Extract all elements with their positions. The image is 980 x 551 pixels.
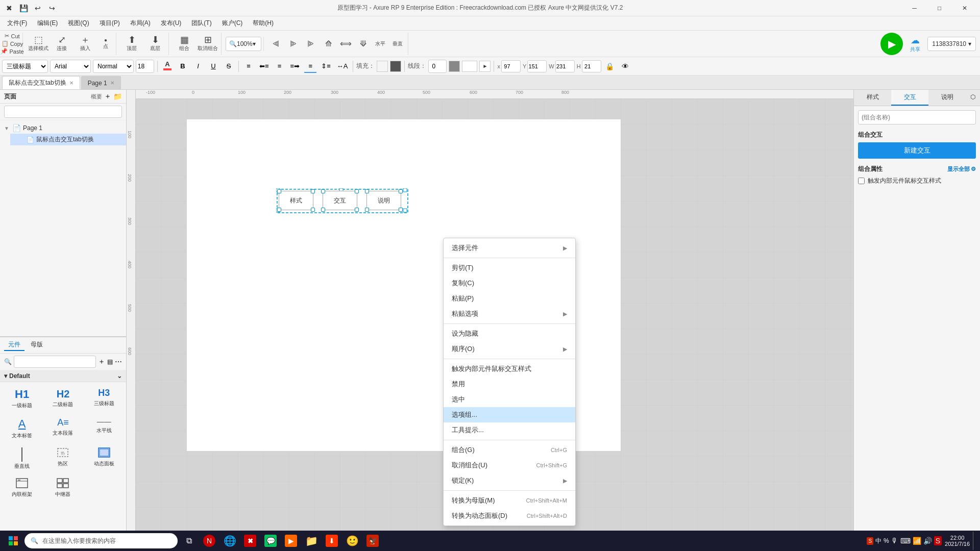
ctx-disable[interactable]: 禁用	[444, 377, 575, 392]
ctx-select-element[interactable]: 选择元件 ▶	[444, 240, 575, 256]
copy-button[interactable]: 📋Copy	[4, 40, 20, 47]
comp-hotspot[interactable]: 热 热区	[43, 444, 83, 473]
handle-tr2[interactable]	[355, 189, 359, 193]
comp-hline[interactable]: —— 水平线	[84, 414, 124, 442]
visibility-button[interactable]: 👁	[619, 60, 632, 73]
ctx-lock[interactable]: 锁定(K) ▶	[444, 473, 575, 488]
ctx-hide[interactable]: 设为隐藏	[444, 326, 575, 341]
ctx-order[interactable]: 顺序(O) ▶	[444, 341, 575, 357]
lock-aspect-button[interactable]: 🔒	[603, 60, 617, 73]
right-tab-note[interactable]: 说明	[928, 90, 966, 106]
show-desktop-button[interactable]	[973, 532, 976, 550]
menu-publish[interactable]: 发布(U)	[156, 17, 187, 30]
masters-tab[interactable]: 母版	[27, 339, 47, 351]
top-layer-button[interactable]: ⬆ 顶层	[120, 33, 143, 55]
ctx-ungroup[interactable]: 取消组合(U) Ctrl+Shift+G	[444, 458, 575, 473]
comp-group-header[interactable]: ▾ Default ⌄	[0, 370, 126, 382]
trigger-checkbox[interactable]	[858, 178, 865, 184]
x-input[interactable]	[501, 60, 521, 72]
pages-search-input[interactable]	[4, 106, 122, 118]
space-v-button[interactable]: 垂直	[389, 33, 406, 55]
tray-mic-icon[interactable]: 🎙	[891, 537, 898, 545]
taskbar-explorer[interactable]: 📁	[302, 532, 321, 550]
tab-page1-close[interactable]: ✕	[110, 80, 114, 86]
handle-bl3[interactable]	[365, 208, 369, 212]
folder-button[interactable]: 📁	[113, 92, 122, 101]
menu-project[interactable]: 项目(P)	[94, 17, 125, 30]
comp-dynamic-panel[interactable]: 动态面板	[84, 444, 124, 473]
page-root[interactable]: ▼ 📄 Page 1	[0, 122, 126, 134]
comp-h3[interactable]: H3 三级标题	[84, 384, 124, 413]
ctx-convert-master[interactable]: 转换为母版(M) Ctrl+Shift+Alt+M	[444, 493, 575, 508]
comp-inline-frame[interactable]: 内联框架	[2, 474, 42, 502]
tray-keyboard-icon[interactable]: ⌨	[900, 537, 911, 545]
ctx-select[interactable]: 选中	[444, 392, 575, 407]
close-button[interactable]: ✕	[953, 0, 976, 16]
expand-right-button[interactable]: ⬡	[966, 90, 980, 104]
add-comp-button[interactable]: ＋	[98, 357, 105, 366]
paste-button[interactable]: 📌Paste	[4, 48, 20, 55]
ctx-option-group[interactable]: 选项组...	[444, 407, 575, 422]
comp-repeater[interactable]: 中继器	[43, 474, 83, 502]
align-left-text-button[interactable]: ⬅≡	[257, 60, 271, 73]
comp-h1[interactable]: H1 一级标题	[2, 384, 42, 413]
stroke-color-button[interactable]	[449, 61, 460, 72]
taskbar-player[interactable]: ▶	[282, 532, 300, 550]
ctx-group[interactable]: 组合(G) Ctrl+G	[444, 442, 575, 458]
start-button[interactable]	[4, 532, 22, 550]
new-interaction-button[interactable]: 新建交互	[858, 142, 976, 159]
user-id[interactable]: 1138337810 ▾	[927, 37, 976, 51]
handle-bl[interactable]	[277, 208, 281, 212]
handle-br[interactable]	[311, 208, 315, 212]
fill-color2-button[interactable]	[390, 61, 401, 72]
align-middle-button[interactable]: ⟺	[337, 33, 354, 55]
group-name-input[interactable]	[858, 110, 976, 124]
comp-view-button[interactable]: ▤	[107, 358, 113, 365]
connect-button[interactable]: ⤢ 连接	[51, 33, 73, 55]
h-input[interactable]	[582, 60, 601, 72]
char-spacing-button[interactable]: ↔A	[335, 60, 350, 73]
add-page-button[interactable]: ＋	[104, 92, 111, 101]
comp-text-label[interactable]: A 文本标签	[2, 414, 42, 442]
right-tab-interaction[interactable]: 交互	[891, 90, 928, 106]
taskbar-wechat[interactable]: 💬	[261, 532, 280, 550]
maximize-button[interactable]: □	[928, 0, 951, 16]
taskbar-axure[interactable]: ✖	[241, 532, 259, 550]
taskbar-downloader[interactable]: ⬇	[323, 532, 341, 550]
align-justify-button[interactable]: ≡	[304, 60, 317, 73]
taskbar-clock[interactable]: 22:00 2021/7/16	[945, 535, 970, 547]
tab-active[interactable]: 鼠标点击交互tab切换 ✕	[2, 76, 80, 89]
page-child-item[interactable]: 📄 鼠标点击交互tab切换	[10, 134, 126, 145]
taskbar-avatar[interactable]: 🙂	[343, 532, 361, 550]
taskbar-netease[interactable]: N	[200, 532, 218, 550]
menu-edit[interactable]: 编辑(E)	[32, 17, 63, 30]
w-input[interactable]	[555, 60, 575, 72]
comp-text-para[interactable]: A≡ 文本段落	[43, 414, 83, 442]
comp-search-input[interactable]	[14, 356, 96, 368]
tray-vol-icon[interactable]: 🔊	[923, 537, 932, 545]
strikethrough-button[interactable]: S	[222, 60, 235, 73]
share-button[interactable]: ☁ 共享	[904, 33, 926, 55]
handle-tl3[interactable]	[365, 189, 369, 193]
preview-button[interactable]: ▶	[880, 33, 903, 55]
ctx-paste-options[interactable]: 粘贴选项 ▶	[444, 306, 575, 321]
align-left-button[interactable]: ⫷	[268, 33, 284, 55]
heading-level-select[interactable]: 三级标题	[2, 60, 48, 73]
cut-button[interactable]: ✂Cut	[4, 33, 20, 40]
interaction-element[interactable]: 交互	[323, 191, 357, 210]
font-family-select[interactable]: Arial	[50, 60, 91, 73]
bold-button[interactable]: B	[176, 60, 189, 73]
tray-app1[interactable]: S	[934, 536, 942, 545]
bottom-layer-button[interactable]: ⬇ 底层	[144, 33, 166, 55]
tray-net-icon[interactable]: 📶	[913, 537, 921, 545]
minimize-button[interactable]: ─	[903, 0, 926, 16]
save-icon[interactable]: 💾	[18, 3, 29, 13]
taskbar-eagle[interactable]: 🦅	[363, 532, 382, 550]
handle-br3[interactable]	[399, 208, 403, 212]
ctx-convert-dynamic[interactable]: 转换为动态面板(D) Ctrl+Shift+Alt+D	[444, 508, 575, 523]
text-color-button[interactable]: A	[161, 60, 174, 73]
align-bottom-button[interactable]: ⟱	[355, 33, 371, 55]
taskbar-chrome[interactable]: 🌐	[220, 532, 239, 550]
handle-tr[interactable]	[311, 189, 315, 193]
align-right-text-button[interactable]: ≡➡	[288, 60, 302, 73]
